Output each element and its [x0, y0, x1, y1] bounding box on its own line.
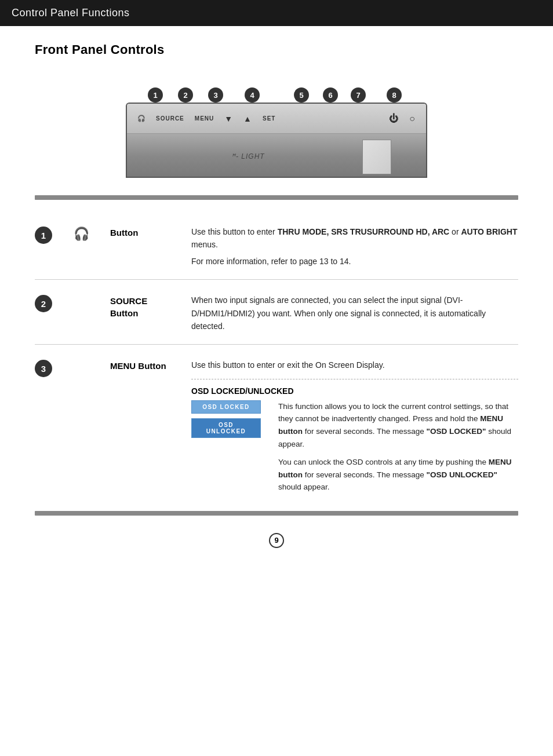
monitor-menu-btn: MENU	[195, 115, 214, 122]
monitor-body: 🎧 SOURCE MENU ▼ ▲ SET ⏻ ○ ꟸ- LIGHT	[126, 103, 427, 178]
ez-light-label: ꟸ- LIGHT	[231, 152, 345, 160]
num-circle-5: 5	[294, 87, 309, 103]
monitor-down-btn: ▼	[224, 114, 233, 123]
header-title: Control Panel Functions	[12, 7, 130, 19]
monitor-headset-icon: 🎧	[137, 115, 145, 122]
item-label-3: MENU Button	[110, 359, 180, 372]
main-content: Front Panel Controls 1 2 3 4 5 6 7 8	[0, 26, 553, 571]
item-num-1: 1	[35, 227, 52, 244]
osd-title: OSD LOCKED/UNLOCKED	[191, 386, 518, 396]
section-title: Front Panel Controls	[35, 42, 518, 57]
light-box	[362, 140, 391, 174]
num-circle-7: 7	[351, 87, 366, 103]
osd-unlocked-btn: OSD UNLOCKED	[191, 418, 261, 438]
dotted-separator	[191, 379, 518, 379]
num-circle-1: 1	[148, 87, 163, 103]
monitor-set-btn: SET	[263, 115, 275, 122]
item-num-3: 3	[35, 360, 52, 377]
menu-item-content: Use this button to enter or exit the On …	[191, 359, 518, 494]
item-row-1: 1 🎧 Button Use this button to enter THRU…	[35, 211, 518, 280]
monitor-top-strip: 🎧 SOURCE MENU ▼ ▲ SET ⏻ ○	[127, 104, 426, 134]
bottom-separator	[35, 511, 518, 516]
osd-text-col: This function allows you to lock the cur…	[278, 400, 518, 494]
item-num-2: 2	[35, 295, 52, 312]
monitor-diagram: 1 2 3 4 5 6 7 8 🎧 SOURC	[126, 74, 427, 178]
item-row-3: 3 MENU Button Use this button to enter o…	[35, 345, 518, 505]
osd-buttons-col: OSD LOCKED OSD UNLOCKED	[191, 400, 261, 438]
page-num-circle: 9	[269, 533, 284, 548]
headset-icon: 🎧	[74, 227, 89, 242]
item-label-1: Button	[110, 225, 180, 239]
monitor-bottom-strip: ꟸ- LIGHT	[127, 134, 426, 178]
monitor-led-btn: ○	[409, 114, 416, 124]
top-separator	[35, 195, 518, 200]
menu-lower-area: OSD LOCKED OSD UNLOCKED This function al…	[191, 400, 518, 494]
menu-main-desc: Use this button to enter or exit the On …	[191, 359, 518, 371]
item-desc-1: Use this button to enter THRU MODE, SRS …	[191, 225, 518, 268]
item-label-2: SOURCE Button	[110, 294, 180, 319]
item-desc-2: When two input signals are connected, yo…	[191, 294, 518, 333]
number-circles-row: 1 2 3 4 5 6 7 8	[126, 74, 427, 103]
page-header: Control Panel Functions	[0, 0, 553, 26]
monitor-up-btn: ▲	[243, 114, 252, 123]
monitor-source-btn: SOURCE	[156, 115, 184, 122]
osd-locked-btn: OSD LOCKED	[191, 400, 261, 414]
num-circle-6: 6	[323, 87, 338, 103]
item-row-2: 2 SOURCE Button When two input signals a…	[35, 280, 518, 345]
num-circle-3: 3	[208, 87, 223, 103]
num-circle-4: 4	[245, 87, 260, 103]
page-number-area: 9	[35, 533, 518, 548]
num-circle-2: 2	[178, 87, 193, 103]
monitor-power-btn: ⏻	[389, 114, 399, 124]
item-icon-1: 🎧	[64, 227, 99, 242]
num-circle-8: 8	[387, 87, 402, 103]
